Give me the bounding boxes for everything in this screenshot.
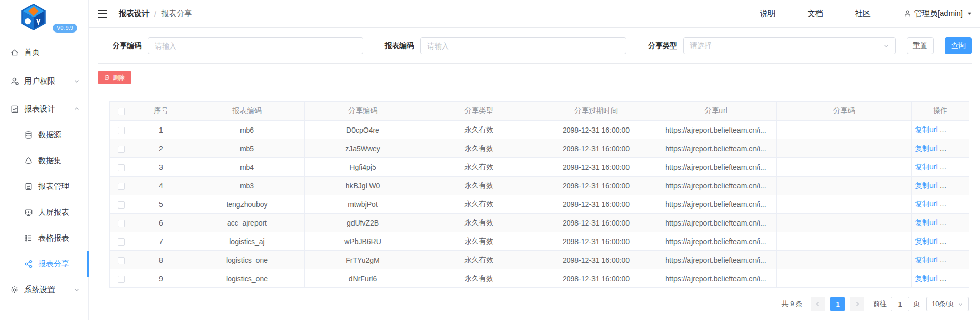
docs-link[interactable]: 文档 (808, 9, 823, 19)
header-share-code: 分享编码 (305, 102, 421, 121)
more-link[interactable]: 更多 (945, 255, 967, 265)
row-checkbox[interactable] (118, 238, 125, 246)
page-size-select[interactable]: 10条/页 (926, 297, 969, 311)
copy-url-link[interactable]: 复制url (915, 181, 938, 189)
reset-button[interactable]: 重置 (907, 37, 934, 54)
sidebar-item-report-share[interactable]: 报表分享 (0, 251, 88, 277)
chevron-right-icon (854, 301, 860, 307)
cell-expire-time: 2098-12-31 16:00:00 (537, 139, 655, 158)
cell-share-code: dNrFurl6 (305, 269, 421, 288)
sidebar-item-table-report[interactable]: 表格报表 (0, 225, 88, 251)
cell-share-type: 永久有效 (421, 158, 537, 177)
copy-url-link[interactable]: 复制url (915, 237, 938, 245)
share-code-input[interactable] (148, 37, 363, 54)
breadcrumb-separator: / (154, 9, 156, 18)
sidebar-item-bigscreen-report[interactable]: 大屏报表 (0, 199, 88, 225)
cell-share-pin (777, 269, 912, 288)
cell-select (110, 177, 133, 195)
caret-down-icon (962, 127, 967, 132)
copy-url-link[interactable]: 复制url (915, 255, 938, 264)
cell-share-pin (777, 139, 912, 158)
copy-url-link[interactable]: 复制url (915, 144, 938, 152)
sidebar-item-label: 报表设计 (24, 104, 55, 114)
cell-share-type: 永久有效 (421, 214, 537, 232)
copy-url-link[interactable]: 复制url (915, 218, 938, 227)
cell-expire-time: 2098-12-31 16:00:00 (537, 158, 655, 177)
community-link[interactable]: 社区 (855, 9, 871, 19)
caret-down-icon (962, 258, 967, 262)
copy-url-link[interactable]: 复制url (915, 274, 938, 282)
page-number-current[interactable]: 1 (830, 297, 845, 311)
row-checkbox[interactable] (118, 164, 125, 171)
prev-page-button[interactable] (811, 297, 825, 311)
cell-select (110, 195, 133, 214)
header-share-pin: 分享码 (777, 102, 912, 121)
cell-expire-time: 2098-12-31 16:00:00 (537, 195, 655, 214)
cell-actions: 复制url 更多 (912, 214, 969, 232)
more-link[interactable]: 更多 (945, 181, 967, 190)
cell-report-code: logistics_aj (189, 232, 305, 251)
cell-actions: 复制url 更多 (912, 139, 969, 158)
more-link[interactable]: 更多 (945, 274, 967, 283)
row-checkbox[interactable] (118, 146, 125, 153)
report-manage-icon (24, 182, 33, 191)
row-checkbox[interactable] (118, 183, 125, 190)
goto-page-input[interactable] (891, 297, 909, 311)
cell-share-code: gdUfvZ2B (305, 214, 421, 232)
more-link-label: 更多 (945, 237, 960, 246)
user-menu[interactable]: 管理员[admin] (904, 9, 972, 19)
row-checkbox[interactable] (118, 257, 125, 264)
more-link[interactable]: 更多 (945, 163, 967, 172)
row-checkbox[interactable] (118, 276, 125, 283)
row-checkbox[interactable] (118, 201, 125, 209)
sidebar-item-user-permissions[interactable]: 用户权限 (0, 68, 88, 94)
copy-url-link[interactable]: 复制url (915, 163, 938, 171)
header-share-url: 分享url (655, 102, 777, 121)
cell-share-code: FrTYu2gM (305, 251, 421, 269)
cell-index: 2 (133, 139, 189, 158)
chevron-down-icon (74, 78, 80, 84)
database-icon (24, 131, 33, 139)
share-type-select[interactable]: 请选择 (683, 37, 896, 54)
sidebar-item-dataset[interactable]: 数据集 (0, 148, 88, 173)
cell-share-pin (777, 158, 912, 177)
cell-select (110, 139, 133, 158)
report-code-input[interactable] (420, 37, 626, 54)
monitor-icon (24, 208, 33, 217)
sidebar-item-datasource[interactable]: 数据源 (0, 122, 88, 148)
report-design-icon (10, 105, 19, 114)
cell-share-code: mtwbjPot (305, 195, 421, 214)
user-name: 管理员[admin] (914, 9, 963, 19)
copy-url-link[interactable]: 复制url (915, 200, 938, 208)
row-checkbox[interactable] (118, 220, 125, 227)
breadcrumb-parent[interactable]: 报表设计 (119, 9, 150, 19)
help-link[interactable]: 说明 (760, 9, 776, 19)
more-link[interactable]: 更多 (945, 125, 967, 135)
more-link[interactable]: 更多 (945, 237, 967, 246)
next-page-button[interactable] (850, 297, 864, 311)
sidebar-item-label: 表格报表 (38, 233, 69, 243)
topbar-right: 说明 文档 社区 管理员[admin] (728, 9, 972, 19)
sidebar-item-system-settings[interactable]: 系统设置 (0, 277, 88, 302)
row-checkbox[interactable] (118, 127, 125, 134)
cell-share-pin (777, 177, 912, 195)
more-link[interactable]: 更多 (945, 200, 967, 209)
sidebar-item-report-design[interactable]: 报表设计 (0, 96, 88, 122)
hamburger-menu-icon[interactable] (98, 10, 107, 18)
version-badge: V0.9.9 (53, 24, 77, 33)
cell-select (110, 158, 133, 177)
cell-index: 6 (133, 214, 189, 232)
more-link[interactable]: 更多 (945, 218, 967, 228)
select-all-checkbox[interactable] (118, 108, 125, 115)
cell-index: 3 (133, 158, 189, 177)
sidebar-item-home[interactable]: 首页 (0, 39, 88, 65)
delete-button[interactable]: 删除 (98, 71, 131, 84)
sidebar-item-label: 报表管理 (38, 182, 69, 191)
search-button[interactable]: 查询 (945, 37, 972, 54)
table-row: 2 mb5 zJa5Wwey 永久有效 2098-12-31 16:00:00 … (110, 139, 969, 158)
sidebar-item-report-manage[interactable]: 报表管理 (0, 173, 88, 199)
more-link[interactable]: 更多 (945, 144, 967, 153)
table-header-row: 序号 报表编码 分享编码 分享类型 分享过期时间 分享url 分享码 操作 (110, 102, 969, 121)
cell-share-type: 永久有效 (421, 139, 537, 158)
copy-url-link[interactable]: 复制url (915, 125, 938, 134)
